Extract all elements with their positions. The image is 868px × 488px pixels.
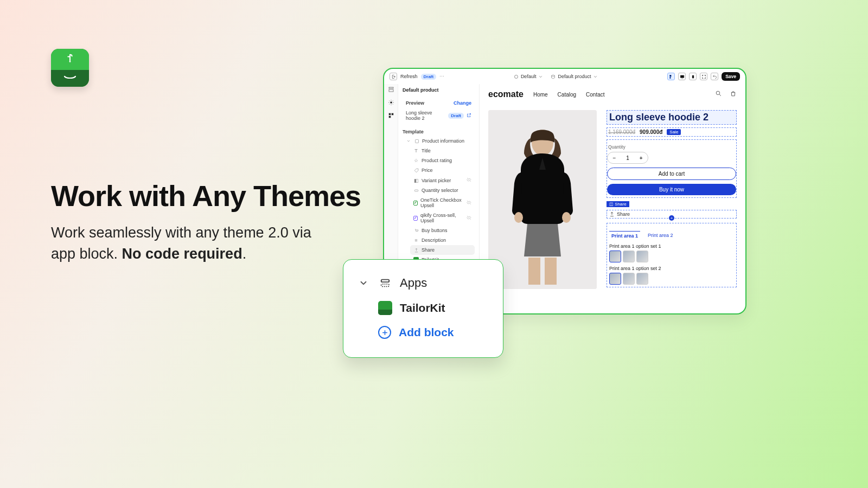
svg-rect-22 [545, 258, 557, 285]
option-set-1-label: Print area 1 option set 1 [609, 243, 734, 249]
section-product-information[interactable]: Product information [403, 136, 475, 146]
nav-home[interactable]: Home [533, 92, 548, 98]
thumb[interactable] [609, 251, 621, 262]
svg-rect-21 [528, 258, 540, 285]
thumb[interactable] [636, 251, 648, 262]
product-dropdown[interactable]: Default product [551, 74, 598, 79]
more-icon[interactable]: ⋯ [439, 74, 444, 79]
svg-point-16 [716, 91, 720, 95]
quantity-stepper[interactable]: − 1 + [607, 152, 648, 164]
thumb[interactable] [623, 273, 635, 285]
tab-print-area-1[interactable]: Print area 1 [609, 231, 640, 240]
template-dropdown[interactable]: Default [514, 74, 544, 79]
stepper-icon [413, 188, 419, 193]
thumb[interactable] [636, 273, 648, 285]
svg-rect-2 [680, 75, 684, 78]
tab-print-area-2[interactable]: Print area 2 [646, 231, 675, 240]
sidebar-header: Default product [398, 84, 479, 96]
svg-rect-4 [389, 87, 393, 88]
external-link-icon[interactable] [467, 113, 471, 119]
block-title[interactable]: TTitle [410, 146, 475, 156]
insert-handle-icon[interactable]: + [669, 215, 674, 221]
sub-end: . [242, 246, 247, 262]
undo-icon[interactable] [711, 73, 718, 80]
text-icon: T [413, 148, 419, 153]
svg-rect-9 [389, 116, 391, 118]
save-button[interactable]: Save [722, 72, 740, 81]
add-to-cart-button[interactable]: Add to cart [607, 168, 736, 180]
preview-product-name: Long sleeve hoodie 2 [406, 110, 445, 121]
section-icon [414, 138, 419, 144]
mobile-icon[interactable] [689, 73, 697, 80]
refresh-button[interactable]: Refresh [400, 74, 418, 79]
model-figure [488, 110, 597, 289]
share-block[interactable]: Share + [607, 210, 737, 219]
tag-icon [413, 168, 419, 173]
hide-icon-2[interactable] [467, 200, 471, 206]
svg-rect-7 [389, 113, 391, 115]
svg-point-6 [390, 102, 392, 104]
subheadline: Work seamlessly with any theme 2.0 via a… [51, 222, 333, 265]
tailorkit-icon [378, 301, 392, 315]
block-description[interactable]: ≡Description [410, 235, 475, 245]
block-onetick[interactable]: ✓OneTick Checkbox Upsell [410, 195, 475, 210]
nav-catalog[interactable]: Catalog [558, 92, 576, 98]
bag-icon[interactable] [730, 89, 737, 99]
apps-icon [378, 276, 392, 290]
apps-popup: Apps TailorKit Add block [343, 259, 503, 358]
qty-value: 1 [626, 155, 629, 161]
fullscreen-icon[interactable] [700, 73, 707, 80]
chevron-down-icon [406, 138, 411, 144]
block-variant[interactable]: ◧Variant picker [410, 175, 475, 185]
svg-point-20 [562, 212, 571, 223]
product-image [488, 110, 597, 289]
block-price[interactable]: Price [410, 165, 475, 175]
block-buy-buttons[interactable]: Buy buttons [410, 226, 475, 235]
product-title: Long sleeve hoodie 2 [607, 110, 737, 125]
apps-rail-icon[interactable] [388, 112, 394, 120]
checkbox-icon: ✓ [413, 201, 418, 206]
buy-it-now-button[interactable]: Buy it now [607, 184, 736, 195]
product-info-panel: Long sleeve hoodie 2 1.169.000đ 909.000đ… [607, 110, 737, 308]
headline: Work with Any Themes [51, 179, 361, 213]
hide-icon-3[interactable] [467, 215, 471, 221]
app-tailorkit[interactable]: TailorKit [356, 296, 490, 320]
price-new: 909.000đ [640, 129, 662, 135]
block-quantity[interactable]: Quantity selector [410, 185, 475, 195]
settings-icon[interactable] [388, 99, 394, 107]
template-label: Template [403, 127, 475, 136]
search-icon[interactable] [715, 89, 722, 99]
storefront-header: ecomate Home Catalog Contact [480, 84, 745, 105]
price-old: 1.169.000đ [608, 129, 635, 135]
inspector-icon[interactable] [667, 73, 675, 80]
svg-rect-24 [381, 284, 390, 287]
block-rating[interactable]: ☆Product rating [410, 156, 475, 165]
preview-draft-pill: Draft [448, 113, 464, 119]
app-logo [51, 49, 89, 87]
block-share[interactable]: Share [410, 245, 475, 255]
apps-section-header[interactable]: Apps [356, 271, 490, 296]
editor-topbar: Refresh Draft ⋯ Default Default product … [384, 69, 745, 84]
sections-icon[interactable] [388, 86, 394, 94]
qty-plus[interactable]: + [640, 155, 643, 161]
add-block-button[interactable]: Add block [356, 320, 490, 344]
thumb[interactable] [623, 251, 635, 262]
option-set-2-label: Print area 1 option set 2 [609, 266, 734, 271]
change-link[interactable]: Change [454, 100, 471, 106]
hide-icon[interactable] [467, 177, 471, 183]
nav-contact[interactable]: Contact [586, 92, 604, 98]
option-set-2-thumbs [609, 273, 734, 285]
product-price: 1.169.000đ 909.000đ Sale [607, 127, 737, 137]
sale-badge: Sale [667, 129, 681, 135]
share-section-label: ◫ Share [607, 201, 629, 207]
thumb[interactable] [609, 273, 621, 285]
block-qikify[interactable]: ✓qikify Cross-sell, Upsell [410, 210, 475, 226]
qty-minus[interactable]: − [612, 155, 616, 161]
desktop-icon[interactable] [678, 73, 686, 80]
store-brand[interactable]: ecomate [488, 89, 524, 99]
svg-rect-11 [414, 190, 418, 191]
svg-point-19 [514, 212, 523, 223]
exit-icon[interactable] [390, 73, 397, 80]
apps-label: Apps [400, 276, 427, 290]
share-icon [413, 247, 419, 253]
